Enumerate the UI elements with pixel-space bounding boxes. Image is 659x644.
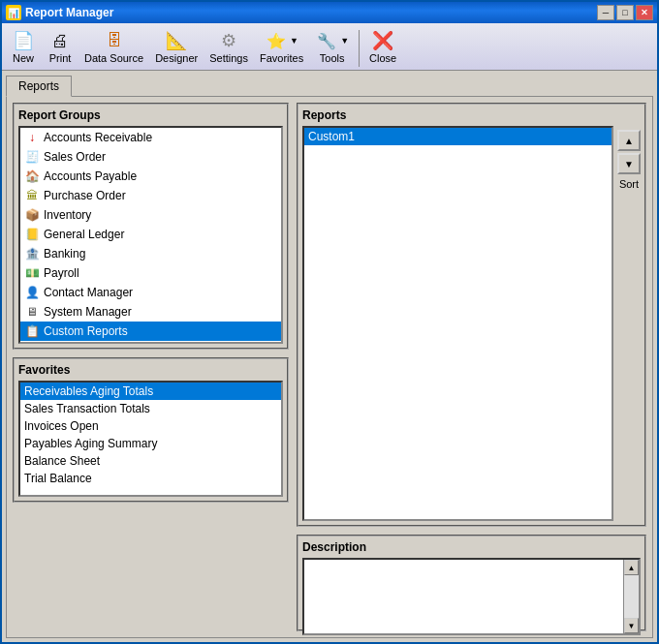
cr-label: Custom Reports (44, 324, 128, 338)
close-icon: ❌ (371, 29, 394, 52)
rr-icon: 🕐 (24, 343, 40, 344)
data-source-button[interactable]: 🗄 Data Source (79, 26, 148, 67)
scroll-down-arrow[interactable]: ▼ (624, 618, 639, 633)
bank-icon: 🏦 (24, 246, 40, 261)
close-label: Close (369, 52, 396, 64)
new-button[interactable]: 📄 New (6, 26, 41, 67)
report-groups-title: Report Groups (18, 108, 283, 122)
inv-icon: 📦 (24, 207, 40, 223)
close-window-button[interactable]: ✕ (636, 5, 653, 20)
sort-label: Sort (619, 178, 639, 190)
group-item-po[interactable]: 🏛 Purchase Order (20, 186, 281, 205)
designer-label: Designer (155, 52, 198, 64)
fav-item-bs[interactable]: Balance Sheet (20, 452, 281, 470)
title-bar-buttons: ─ □ ✕ (597, 5, 653, 20)
description-title: Description (302, 540, 641, 554)
po-label: Purchase Order (44, 189, 126, 202)
fav-item-io[interactable]: Invoices Open (20, 417, 281, 435)
favorites-title: Favorites (18, 363, 283, 377)
rat-label: Receivables Aging Totals (24, 384, 153, 398)
minimize-button[interactable]: ─ (597, 5, 614, 20)
description-scrollbar: ▲ ▼ (623, 560, 639, 633)
sm-label: System Manager (44, 305, 132, 319)
settings-label: Settings (209, 52, 248, 64)
main-content: Report Groups ↓ Accounts Receivable 🧾 Sa… (6, 96, 653, 638)
data-source-label: Data Source (84, 52, 143, 64)
group-item-so[interactable]: 🧾 Sales Order (20, 147, 281, 167)
sort-controls: ▲ ▼ Sort (617, 126, 641, 521)
gl-label: General Ledger (44, 228, 124, 241)
title-bar-left: 📊 Report Manager (6, 5, 113, 20)
right-panel: Reports Custom1 ▲ ▼ Sort Descrip (297, 103, 646, 631)
bank-label: Banking (44, 247, 85, 261)
window-title: Report Manager (25, 6, 113, 19)
toolbar: 📄 New 🖨 Print 🗄 Data Source 📐 Designer ⚙… (2, 23, 657, 71)
so-label: Sales Order (44, 150, 106, 164)
sort-down-button[interactable]: ▼ (617, 153, 641, 174)
tab-reports[interactable]: Reports (6, 76, 72, 97)
pas-label: Payables Aging Summary (24, 437, 157, 450)
sort-up-button[interactable]: ▲ (617, 130, 641, 151)
ar-label: Accounts Receivable (44, 131, 152, 144)
reports-list: Custom1 (302, 126, 613, 521)
left-panel: Report Groups ↓ Accounts Receivable 🧾 Sa… (13, 103, 289, 631)
report-item-custom1[interactable]: Custom1 (304, 128, 612, 145)
description-box: ▲ ▼ (302, 558, 641, 635)
favorites-label: Favorites (260, 52, 303, 64)
app-icon: 📊 (6, 5, 21, 20)
reports-section: Reports Custom1 ▲ ▼ Sort (297, 103, 646, 527)
group-item-sm[interactable]: 🖥 System Manager (20, 302, 281, 322)
group-item-inv[interactable]: 📦 Inventory (20, 205, 281, 225)
scroll-up-arrow[interactable]: ▲ (624, 560, 639, 575)
description-text (304, 560, 623, 633)
group-item-pay[interactable]: 💵 Payroll (20, 263, 281, 283)
so-icon: 🧾 (24, 149, 40, 165)
favorites-section: Favorites Receivables Aging Totals Sales… (13, 357, 289, 503)
bs-label: Balance Sheet (24, 454, 100, 468)
group-item-cr[interactable]: 📋 Custom Reports (20, 322, 281, 341)
tools-button[interactable]: 🔧 ▼ Tools (310, 26, 354, 67)
custom1-label: Custom1 (308, 130, 355, 143)
group-item-ap[interactable]: 🏠 Accounts Payable (20, 167, 281, 186)
toolbar-separator (359, 30, 360, 67)
group-item-bank[interactable]: 🏦 Banking (20, 244, 281, 263)
favorites-button[interactable]: ⭐ ▼ Favorites (255, 26, 308, 67)
cm-icon: 👤 (24, 285, 40, 300)
fav-item-tb[interactable]: Trial Balance (20, 470, 281, 487)
group-item-rr[interactable]: 🕐 Recent Reports (20, 341, 281, 344)
tab-bar: Reports (2, 71, 657, 96)
po-icon: 🏛 (24, 188, 40, 203)
cm-label: Contact Manager (44, 286, 133, 299)
group-item-cm[interactable]: 👤 Contact Manager (20, 283, 281, 302)
new-icon: 📄 (12, 29, 35, 52)
inv-label: Inventory (44, 208, 91, 222)
group-item-ar[interactable]: ↓ Accounts Receivable (20, 128, 281, 147)
pay-label: Payroll (44, 266, 79, 280)
tb-label: Trial Balance (24, 472, 92, 485)
description-section: Description ▲ ▼ (297, 535, 646, 631)
print-button[interactable]: 🖨 Print (43, 26, 78, 67)
close-button[interactable]: ❌ Close (364, 26, 401, 67)
ar-icon: ↓ (24, 130, 40, 145)
favorites-list: Receivables Aging Totals Sales Transacti… (18, 381, 283, 497)
tools-label: Tools (320, 52, 345, 64)
ap-label: Accounts Payable (44, 169, 137, 183)
io-label: Invoices Open (24, 419, 99, 433)
tools-icon: 🔧 (315, 29, 338, 52)
settings-icon: ⚙ (217, 29, 240, 52)
title-bar: 📊 Report Manager ─ □ ✕ (2, 2, 657, 23)
data-source-icon: 🗄 (103, 29, 126, 52)
designer-button[interactable]: 📐 Designer (150, 26, 203, 67)
cr-icon: 📋 (24, 323, 40, 339)
fav-item-rat[interactable]: Receivables Aging Totals (20, 383, 281, 400)
sm-icon: 🖥 (24, 304, 40, 320)
group-item-gl[interactable]: 📒 General Ledger (20, 225, 281, 244)
ap-icon: 🏠 (24, 169, 40, 184)
settings-button[interactable]: ⚙ Settings (204, 26, 253, 67)
fav-item-pas[interactable]: Payables Aging Summary (20, 435, 281, 452)
report-groups-section: Report Groups ↓ Accounts Receivable 🧾 Sa… (13, 103, 289, 350)
fav-item-stt[interactable]: Sales Transaction Totals (20, 400, 281, 417)
maximize-button[interactable]: □ (616, 5, 634, 20)
gl-icon: 📒 (24, 227, 40, 242)
reports-section-title: Reports (302, 108, 641, 122)
